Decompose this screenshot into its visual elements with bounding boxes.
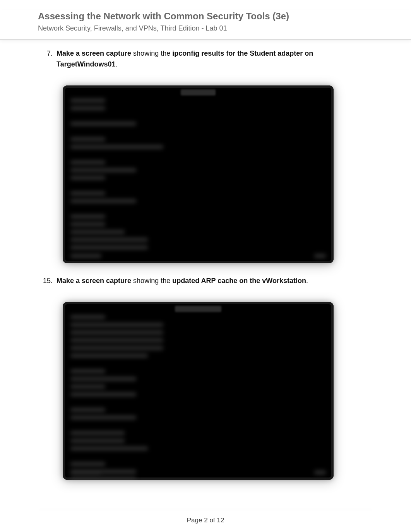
page-footer: Page 2 of 12: [0, 517, 411, 524]
list-item-number: 15.: [38, 276, 57, 286]
text-plain: .: [116, 60, 118, 68]
list-item-text: Make a screen capture showing the ipconf…: [57, 48, 373, 70]
page-subtitle: Network Security, Firewalls, and VPNs, T…: [38, 23, 373, 34]
document-content: 7. Make a screen capture showing the ipc…: [0, 48, 411, 480]
text-bold: updated ARP cache on the vWorkstation: [172, 277, 306, 285]
blurred-terminal-text: [70, 99, 326, 258]
terminal-screenshot-blurred: [63, 85, 334, 263]
page-number-label: Page 2 of 12: [187, 517, 224, 524]
list-item-text: Make a screen capture showing the update…: [57, 276, 373, 286]
list-item: 7. Make a screen capture showing the ipc…: [38, 48, 373, 70]
list-item: 15. Make a screen capture showing the up…: [38, 276, 373, 286]
text-bold: Make a screen capture: [57, 49, 131, 57]
window-tab-icon: [175, 306, 221, 312]
footer-separator: [38, 511, 373, 511]
document-page: Assessing the Network with Common Securi…: [0, 0, 411, 480]
terminal-screenshot-blurred: [63, 302, 334, 480]
screenshot-container: [63, 85, 373, 263]
page-title: Assessing the Network with Common Securi…: [38, 10, 373, 22]
text-plain: showing the: [131, 49, 172, 57]
text-bold: Make a screen capture: [57, 277, 131, 285]
window-tab-icon: [181, 89, 216, 95]
text-plain: showing the: [131, 277, 172, 285]
list-item-number: 7.: [38, 48, 57, 59]
text-plain: .: [306, 277, 308, 285]
document-header: Assessing the Network with Common Securi…: [0, 10, 411, 40]
blurred-terminal-text: [70, 315, 326, 474]
screenshot-container: [63, 302, 373, 480]
